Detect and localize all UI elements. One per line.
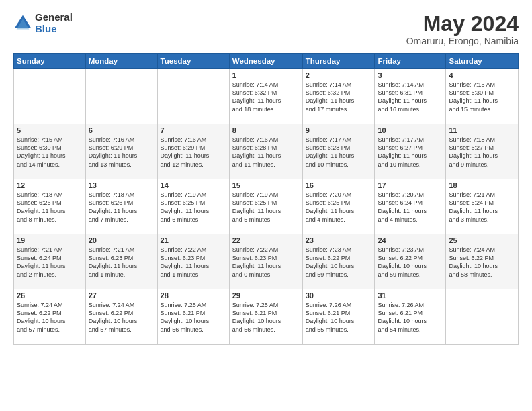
table-row: 10Sunrise: 7:17 AM Sunset: 6:27 PM Dayli… — [375, 124, 446, 179]
table-row: 9Sunrise: 7:17 AM Sunset: 6:28 PM Daylig… — [302, 124, 375, 179]
day-info: Sunrise: 7:14 AM Sunset: 6:31 PM Dayligh… — [378, 81, 443, 113]
day-info: Sunrise: 7:17 AM Sunset: 6:28 PM Dayligh… — [306, 136, 372, 169]
day-info: Sunrise: 7:16 AM Sunset: 6:28 PM Dayligh… — [232, 136, 300, 169]
calendar-week-row: 5Sunrise: 7:15 AM Sunset: 6:30 PM Daylig… — [14, 124, 519, 179]
col-wednesday: Wednesday — [229, 54, 302, 69]
day-number: 21 — [161, 236, 226, 244]
table-row: 23Sunrise: 7:23 AM Sunset: 6:22 PM Dayli… — [302, 234, 375, 289]
day-number: 13 — [89, 181, 154, 189]
day-info: Sunrise: 7:26 AM Sunset: 6:21 PM Dayligh… — [378, 301, 443, 334]
calendar-week-row: 26Sunrise: 7:24 AM Sunset: 6:22 PM Dayli… — [14, 289, 519, 345]
table-row: 18Sunrise: 7:21 AM Sunset: 6:24 PM Dayli… — [446, 179, 519, 234]
calendar-table: Sunday Monday Tuesday Wednesday Thursday… — [13, 53, 519, 345]
day-number: 24 — [378, 236, 443, 244]
table-row — [446, 289, 519, 345]
logo-text: General Blue — [35, 12, 73, 34]
calendar-title: May 2024 — [406, 12, 519, 36]
table-row: 27Sunrise: 7:24 AM Sunset: 6:22 PM Dayli… — [85, 289, 157, 345]
day-number: 18 — [449, 181, 515, 189]
table-row: 5Sunrise: 7:15 AM Sunset: 6:30 PM Daylig… — [14, 124, 86, 179]
day-number: 6 — [89, 126, 154, 134]
day-number: 17 — [378, 181, 443, 189]
day-number: 22 — [232, 236, 300, 244]
day-info: Sunrise: 7:16 AM Sunset: 6:29 PM Dayligh… — [89, 136, 154, 169]
table-row — [85, 69, 157, 124]
day-info: Sunrise: 7:19 AM Sunset: 6:25 PM Dayligh… — [232, 191, 300, 224]
calendar-header-row: Sunday Monday Tuesday Wednesday Thursday… — [14, 54, 519, 69]
day-number: 5 — [17, 126, 83, 134]
day-info: Sunrise: 7:25 AM Sunset: 6:21 PM Dayligh… — [232, 301, 300, 334]
day-info: Sunrise: 7:21 AM Sunset: 6:24 PM Dayligh… — [449, 191, 515, 224]
day-info: Sunrise: 7:21 AM Sunset: 6:24 PM Dayligh… — [17, 246, 83, 279]
day-number: 2 — [306, 71, 372, 79]
day-number: 10 — [378, 126, 443, 134]
day-info: Sunrise: 7:24 AM Sunset: 6:22 PM Dayligh… — [89, 301, 154, 334]
day-number: 12 — [17, 181, 83, 189]
calendar-week-row: 1Sunrise: 7:14 AM Sunset: 6:32 PM Daylig… — [14, 69, 519, 124]
day-info: Sunrise: 7:22 AM Sunset: 6:23 PM Dayligh… — [232, 246, 300, 279]
table-row: 22Sunrise: 7:22 AM Sunset: 6:23 PM Dayli… — [229, 234, 302, 289]
table-row: 6Sunrise: 7:16 AM Sunset: 6:29 PM Daylig… — [85, 124, 157, 179]
table-row: 8Sunrise: 7:16 AM Sunset: 6:28 PM Daylig… — [229, 124, 302, 179]
day-info: Sunrise: 7:17 AM Sunset: 6:27 PM Dayligh… — [378, 136, 443, 169]
day-info: Sunrise: 7:22 AM Sunset: 6:23 PM Dayligh… — [161, 246, 226, 279]
day-number: 7 — [161, 126, 226, 134]
table-row: 1Sunrise: 7:14 AM Sunset: 6:32 PM Daylig… — [229, 69, 302, 124]
calendar-location: Omaruru, Erongo, Namibia — [406, 36, 519, 46]
day-number: 16 — [306, 181, 372, 189]
table-row: 30Sunrise: 7:26 AM Sunset: 6:21 PM Dayli… — [302, 289, 375, 345]
col-tuesday: Tuesday — [157, 54, 229, 69]
day-info: Sunrise: 7:23 AM Sunset: 6:22 PM Dayligh… — [306, 246, 372, 279]
day-info: Sunrise: 7:15 AM Sunset: 6:30 PM Dayligh… — [449, 81, 515, 113]
table-row: 2Sunrise: 7:14 AM Sunset: 6:32 PM Daylig… — [302, 69, 375, 124]
day-number: 9 — [306, 126, 372, 134]
day-info: Sunrise: 7:24 AM Sunset: 6:22 PM Dayligh… — [449, 246, 515, 279]
logo-icon — [13, 14, 32, 33]
table-row: 7Sunrise: 7:16 AM Sunset: 6:29 PM Daylig… — [157, 124, 229, 179]
day-number: 14 — [161, 181, 226, 189]
day-info: Sunrise: 7:20 AM Sunset: 6:24 PM Dayligh… — [378, 191, 443, 224]
table-row: 13Sunrise: 7:18 AM Sunset: 6:26 PM Dayli… — [85, 179, 157, 234]
day-number: 20 — [89, 236, 154, 244]
day-number: 11 — [449, 126, 515, 134]
day-info: Sunrise: 7:25 AM Sunset: 6:21 PM Dayligh… — [161, 301, 226, 334]
day-info: Sunrise: 7:18 AM Sunset: 6:26 PM Dayligh… — [89, 191, 154, 224]
day-number: 25 — [449, 236, 515, 244]
table-row: 26Sunrise: 7:24 AM Sunset: 6:22 PM Dayli… — [14, 289, 86, 345]
col-saturday: Saturday — [446, 54, 519, 69]
day-info: Sunrise: 7:26 AM Sunset: 6:21 PM Dayligh… — [306, 301, 372, 334]
table-row — [157, 69, 229, 124]
page: General Blue May 2024 Omaruru, Erongo, N… — [0, 0, 532, 411]
logo: General Blue — [13, 12, 73, 34]
day-info: Sunrise: 7:14 AM Sunset: 6:32 PM Dayligh… — [306, 81, 372, 113]
day-number: 26 — [17, 291, 83, 300]
logo-general-text: General — [35, 12, 73, 24]
table-row: 25Sunrise: 7:24 AM Sunset: 6:22 PM Dayli… — [446, 234, 519, 289]
table-row: 28Sunrise: 7:25 AM Sunset: 6:21 PM Dayli… — [157, 289, 229, 345]
calendar-week-row: 12Sunrise: 7:18 AM Sunset: 6:26 PM Dayli… — [14, 179, 519, 234]
table-row: 15Sunrise: 7:19 AM Sunset: 6:25 PM Dayli… — [229, 179, 302, 234]
table-row: 11Sunrise: 7:18 AM Sunset: 6:27 PM Dayli… — [446, 124, 519, 179]
day-info: Sunrise: 7:18 AM Sunset: 6:27 PM Dayligh… — [449, 136, 515, 169]
day-number: 28 — [161, 291, 226, 300]
day-number: 19 — [17, 236, 83, 244]
day-info: Sunrise: 7:20 AM Sunset: 6:25 PM Dayligh… — [306, 191, 372, 224]
table-row: 21Sunrise: 7:22 AM Sunset: 6:23 PM Dayli… — [157, 234, 229, 289]
day-number: 15 — [232, 181, 300, 189]
table-row — [14, 69, 86, 124]
day-number: 30 — [306, 291, 372, 300]
day-number: 27 — [89, 291, 154, 300]
table-row: 14Sunrise: 7:19 AM Sunset: 6:25 PM Dayli… — [157, 179, 229, 234]
day-number: 31 — [378, 291, 443, 300]
day-info: Sunrise: 7:16 AM Sunset: 6:29 PM Dayligh… — [161, 136, 226, 169]
table-row: 3Sunrise: 7:14 AM Sunset: 6:31 PM Daylig… — [375, 69, 446, 124]
day-info: Sunrise: 7:19 AM Sunset: 6:25 PM Dayligh… — [161, 191, 226, 224]
table-row: 4Sunrise: 7:15 AM Sunset: 6:30 PM Daylig… — [446, 69, 519, 124]
table-row: 29Sunrise: 7:25 AM Sunset: 6:21 PM Dayli… — [229, 289, 302, 345]
table-row: 19Sunrise: 7:21 AM Sunset: 6:24 PM Dayli… — [14, 234, 86, 289]
day-number: 23 — [306, 236, 372, 244]
col-monday: Monday — [85, 54, 157, 69]
day-number: 29 — [232, 291, 300, 300]
day-info: Sunrise: 7:14 AM Sunset: 6:32 PM Dayligh… — [232, 81, 300, 113]
day-number: 3 — [378, 71, 443, 79]
